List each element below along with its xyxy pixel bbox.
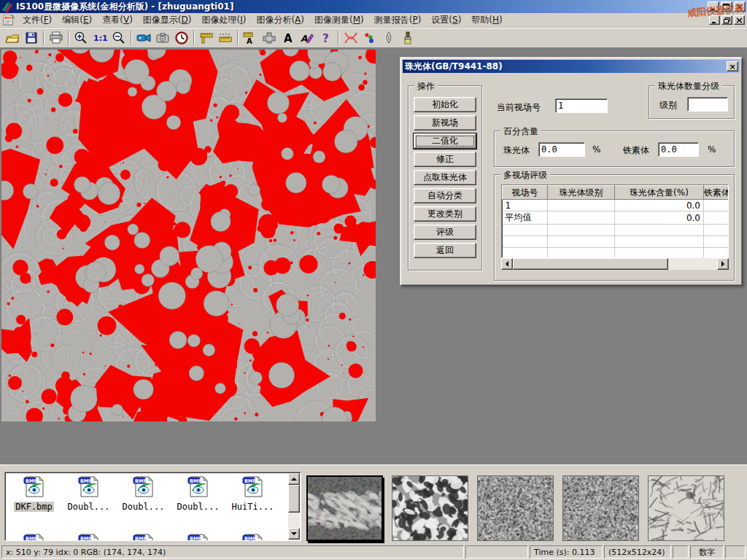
sample-thumbnail[interactable] [306, 475, 383, 541]
menu-item-h[interactable]: 帮助(H) [466, 12, 507, 28]
scroll-down-icon[interactable] [288, 528, 300, 540]
op-button[interactable]: 评级 [414, 225, 476, 240]
table-row[interactable] [503, 248, 729, 259]
op-button[interactable]: 更改类别 [414, 206, 476, 222]
child-close-button[interactable] [734, 15, 745, 25]
curve-icon[interactable] [341, 29, 360, 47]
menu-items: 文件(F)编辑(E)查看(V)图像显示(D)图像处理(I)图像分析(A)图像测量… [18, 12, 508, 28]
one-to-one-icon[interactable]: 1:1 [90, 29, 109, 47]
file-list[interactable]: BMPDKF.bmpBMPDoubl...BMPDoubl...BMPDoubl… [4, 472, 301, 541]
file-item[interactable]: BMPHuiTi... [225, 475, 280, 512]
menu-item-d[interactable]: 图像显示(D) [138, 12, 197, 28]
sample-thumbnail[interactable] [648, 475, 724, 541]
svg-text:A: A [247, 37, 252, 45]
table-cell [704, 236, 729, 248]
workspace: 珠光体(GB/T9441-88) × 操作 初始化新视场二值化修正点取珠光体自动… [0, 48, 747, 464]
table-cell [704, 248, 729, 259]
rating-table[interactable]: 视场号珠光体级别珠光体含量(%)铁素体含量(%) 10.0平均值0.0 [501, 184, 729, 258]
grid-icon[interactable] [260, 29, 279, 47]
child-restore-button[interactable] [721, 15, 732, 25]
menu-item-p[interactable]: 测量报告(P) [369, 12, 427, 28]
zoom-out-icon[interactable] [109, 29, 128, 47]
table-cell [615, 236, 704, 248]
sample-thumbnail[interactable] [392, 475, 468, 541]
op-button[interactable]: 新视场 [414, 115, 476, 131]
menu-item-i[interactable]: 图像处理(I) [196, 12, 251, 28]
menu-item-f[interactable]: 文件(F) [18, 12, 57, 28]
video-camera-icon[interactable] [134, 29, 153, 47]
sample-thumbnail[interactable] [562, 475, 639, 541]
pen-icon[interactable] [379, 29, 398, 47]
table-header[interactable]: 视场号 [503, 186, 548, 200]
op-button[interactable]: 二值化 [414, 133, 476, 149]
brush-icon[interactable] [398, 29, 417, 47]
pearlite-percent-sign: % [592, 144, 600, 155]
file-item[interactable]: BMP [7, 532, 61, 541]
camera-icon[interactable] [153, 29, 172, 47]
clock-icon[interactable] [172, 29, 191, 47]
table-header[interactable]: 珠光体级别 [548, 186, 615, 200]
file-item[interactable]: BMPDoubl... [116, 475, 171, 512]
table-hscrollbar[interactable] [501, 258, 729, 270]
dialog-title-bar[interactable]: 珠光体(GB/T9441-88) × [403, 60, 740, 73]
menu-item-s[interactable]: 设置(S) [426, 12, 466, 28]
table-row[interactable]: 10.0 [503, 200, 729, 211]
ruler-icon[interactable] [216, 29, 235, 47]
close-button[interactable] [734, 1, 746, 12]
text-edit-icon[interactable]: A [298, 29, 317, 47]
save-icon[interactable] [22, 29, 41, 47]
scroll-right-icon[interactable] [717, 258, 729, 270]
menu-item-e[interactable]: 编辑(E) [57, 12, 97, 28]
maximize-button[interactable] [721, 1, 732, 12]
text-icon[interactable]: A [279, 29, 298, 47]
document-icon[interactable]: DOC [3, 15, 15, 26]
ferrite-percent-input[interactable] [658, 142, 699, 157]
metallographic-image[interactable] [1, 50, 376, 421]
file-item[interactable]: BMP [171, 532, 225, 541]
menu-item-a[interactable]: 图像分析(A) [251, 12, 309, 28]
op-button[interactable]: 初始化 [414, 97, 476, 112]
table-header[interactable]: 珠光体含量(%) [615, 186, 704, 200]
grade-input[interactable] [687, 97, 728, 112]
toolbar-separator [237, 31, 239, 45]
dialog-close-icon[interactable]: × [727, 61, 738, 71]
file-item[interactable]: BMP [116, 532, 171, 541]
svg-text:BMP: BMP [26, 478, 37, 484]
classify-dots-icon[interactable] [360, 29, 379, 47]
table-row[interactable]: 平均值0.0 [503, 211, 729, 225]
table-row[interactable] [503, 225, 729, 236]
file-item[interactable]: BMP [225, 532, 280, 541]
scroll-left-icon[interactable] [501, 258, 513, 270]
measure-text-icon[interactable]: A [241, 29, 260, 47]
vscroll-thumb[interactable] [288, 485, 300, 513]
hscroll-thumb[interactable] [513, 258, 668, 270]
op-button[interactable]: 返回 [414, 243, 476, 258]
sample-thumbnail[interactable] [477, 475, 554, 541]
filelist-vscrollbar[interactable] [288, 473, 300, 540]
op-button[interactable]: 点取珠光体 [414, 170, 476, 185]
ferrite-label: 铁素体 [623, 144, 649, 157]
zoom-in-icon[interactable] [71, 29, 90, 47]
help-icon[interactable]: ? [317, 29, 336, 47]
child-minimize-button[interactable] [709, 15, 720, 25]
file-item[interactable]: BMPDoubl... [171, 475, 225, 512]
menu-item-m[interactable]: 图像测量(M) [309, 12, 369, 28]
bmp-file-icon: BMP [241, 475, 266, 500]
op-button[interactable]: 修正 [414, 152, 476, 167]
open-icon[interactable] [3, 29, 22, 47]
current-field-input[interactable] [555, 98, 608, 113]
print-icon[interactable] [47, 29, 66, 47]
minimize-button[interactable] [708, 1, 719, 12]
menu-item-v[interactable]: 查看(V) [97, 12, 138, 28]
table-row[interactable] [503, 236, 729, 248]
op-button[interactable]: 自动分类 [414, 188, 476, 203]
file-item[interactable]: BMPDoubl... [61, 475, 116, 512]
caliper-icon[interactable] [197, 29, 216, 47]
scroll-up-icon[interactable] [288, 473, 300, 485]
file-item[interactable]: BMP [61, 532, 116, 541]
pearlite-percent-input[interactable] [538, 142, 585, 157]
table-header[interactable]: 铁素体含量(%) [704, 186, 729, 200]
percent-group-label: 百分含量 [500, 125, 541, 138]
file-item[interactable]: BMPDKF.bmp [7, 475, 61, 512]
status-mode: 数字 [690, 545, 724, 559]
